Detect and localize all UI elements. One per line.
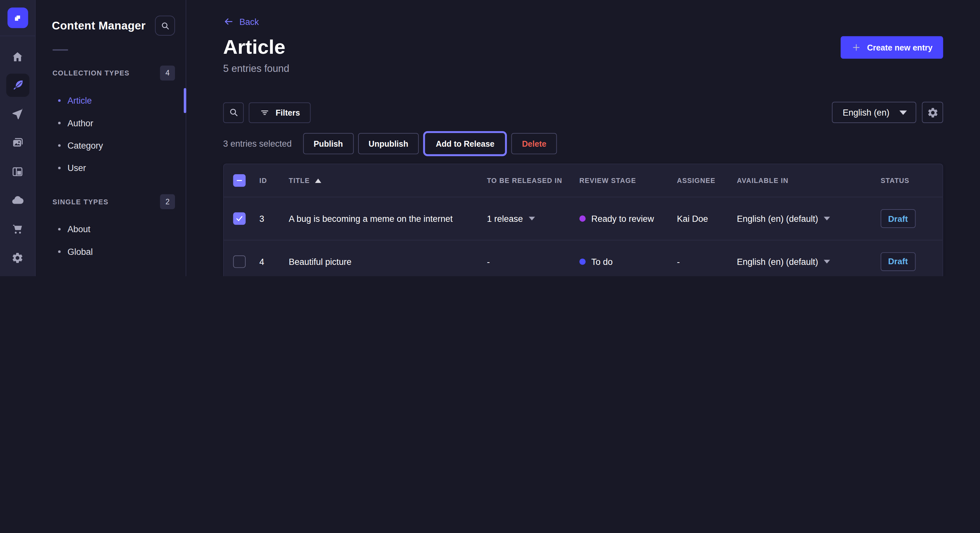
back-label: Back	[240, 16, 259, 27]
row-assignee: -	[677, 257, 680, 266]
sidebar-item-global[interactable]: Global	[36, 241, 186, 263]
column-header-label: ASSIGNEE	[677, 177, 716, 184]
row-release: -	[487, 257, 490, 266]
publish-button[interactable]: Publish	[303, 133, 353, 154]
table-row[interactable]: 3A bug is becoming a meme on the interne…	[224, 197, 942, 240]
rail-item-media-library[interactable]	[6, 131, 29, 154]
sidebar-item-label: User	[67, 163, 86, 173]
column-header-assignee[interactable]: ASSIGNEE	[677, 177, 737, 184]
selection-count: 3 entries selected	[223, 139, 292, 149]
sidebar-item-article[interactable]: Article	[36, 89, 186, 112]
column-header-to-be-released-in[interactable]: TO BE RELEASED IN	[487, 177, 579, 184]
rail-item-cloud[interactable]	[6, 189, 29, 211]
bullet-icon	[58, 228, 60, 230]
row-review-stage: To do	[591, 257, 612, 266]
sidebar-item-about[interactable]: About	[36, 218, 186, 240]
column-header-title[interactable]: TITLE	[289, 177, 487, 184]
bullet-icon	[58, 144, 60, 147]
chevron-down-icon[interactable]	[824, 259, 830, 263]
column-header-label: ID	[259, 177, 267, 184]
row-title: A bug is becoming a meme on the internet	[289, 214, 453, 224]
status-badge: Draft	[880, 252, 915, 271]
delete-button[interactable]: Delete	[511, 133, 557, 154]
bullet-icon	[58, 99, 60, 102]
sidebar: Content Manager COLLECTION TYPES4Article…	[36, 0, 186, 276]
sidebar-divider	[52, 49, 68, 51]
sidebar-section-label: COLLECTION TYPES	[52, 69, 130, 77]
row-id: 3	[259, 214, 264, 224]
send-icon	[11, 108, 24, 121]
column-header-status[interactable]: STATUS	[880, 177, 933, 184]
strapi-logo[interactable]	[7, 8, 28, 28]
sidebar-item-label: Author	[67, 118, 93, 128]
feather-icon	[11, 79, 24, 92]
review-stage-dot-icon	[579, 258, 585, 264]
search-entries-button[interactable]	[223, 102, 244, 123]
rail-item-cart[interactable]	[6, 217, 29, 240]
row-checkbox[interactable]	[233, 255, 246, 268]
row-checkbox[interactable]	[233, 213, 246, 225]
rail-divider	[0, 36, 35, 36]
indeterminate-dash-icon	[235, 177, 243, 184]
column-header-label: AVAILABLE IN	[737, 177, 789, 184]
sidebar-item-user[interactable]: User	[36, 157, 186, 179]
back-link[interactable]: Back	[223, 16, 259, 27]
sidebar-item-category[interactable]: Category	[36, 134, 186, 157]
rail-item-gear[interactable]	[6, 246, 29, 269]
rail-item-home[interactable]	[6, 45, 29, 68]
gear-icon	[11, 251, 24, 264]
cart-icon	[11, 223, 24, 235]
filter-icon	[259, 107, 270, 118]
home-icon	[11, 50, 24, 63]
unpublish-button[interactable]: Unpublish	[358, 133, 419, 154]
select-all-checkbox[interactable]	[233, 174, 246, 187]
nav-rail: KD	[0, 0, 36, 276]
layout-icon	[11, 165, 24, 178]
bullet-icon	[58, 122, 60, 124]
main-content: Back Article Create new entry 5 entries …	[186, 0, 980, 276]
bullet-icon	[58, 167, 60, 169]
column-header-review-stage[interactable]: REVIEW STAGE	[579, 177, 677, 184]
sort-ascending-icon	[315, 178, 321, 183]
sidebar-section-count-badge: 2	[160, 194, 175, 209]
create-new-entry-label: Create new entry	[867, 43, 932, 52]
row-available-in: English (en) (default)	[737, 214, 818, 224]
rail-item-feather[interactable]	[6, 74, 29, 97]
column-header-available-in[interactable]: AVAILABLE IN	[737, 177, 881, 184]
row-release: 1 release	[487, 214, 523, 224]
back-arrow-icon	[223, 16, 234, 27]
sidebar-title: Content Manager	[52, 19, 145, 32]
content-manager-app: KD Content Manager COLLECTION TYPES4Arti…	[0, 0, 980, 276]
column-header-label: STATUS	[880, 177, 909, 184]
bulk-actions-bar: 3 entries selected PublishUnpublishAdd t…	[223, 133, 943, 154]
rail-item-layout[interactable]	[6, 160, 29, 183]
locale-value: English (en)	[843, 108, 889, 117]
chevron-down-icon[interactable]	[824, 217, 830, 220]
table-header-row: IDTITLETO BE RELEASED INREVIEW STAGEASSI…	[224, 164, 942, 197]
sidebar-section-label: SINGLE TYPES	[52, 198, 108, 205]
check-icon	[235, 214, 244, 223]
add-to-release-button[interactable]: Add to Release	[425, 133, 505, 154]
chevron-down-icon	[899, 110, 907, 115]
column-header-label: TO BE RELEASED IN	[487, 177, 562, 184]
table-row[interactable]: 4Beautiful picture-To do-English (en) (d…	[224, 240, 942, 276]
page-title: Article	[223, 35, 285, 59]
row-title: Beautiful picture	[289, 257, 352, 266]
plus-icon	[851, 43, 861, 52]
column-header-id[interactable]: ID	[259, 177, 289, 184]
create-new-entry-button[interactable]: Create new entry	[841, 36, 943, 59]
locale-select[interactable]: English (en)	[832, 102, 916, 123]
view-settings-button[interactable]	[922, 102, 943, 123]
rail-item-send[interactable]	[6, 102, 29, 125]
chevron-down-icon[interactable]	[528, 217, 535, 220]
entries-count: 5 entries found	[223, 63, 943, 75]
column-header-label: REVIEW STAGE	[579, 177, 636, 184]
search-icon	[160, 21, 170, 31]
sidebar-item-author[interactable]: Author	[36, 112, 186, 134]
sidebar-section-count-badge: 4	[160, 66, 175, 81]
active-item-indicator	[184, 88, 186, 113]
filters-button[interactable]: Filters	[249, 102, 311, 123]
review-stage-dot-icon	[579, 215, 585, 222]
search-icon	[228, 107, 239, 118]
sidebar-search-button[interactable]	[155, 16, 175, 36]
